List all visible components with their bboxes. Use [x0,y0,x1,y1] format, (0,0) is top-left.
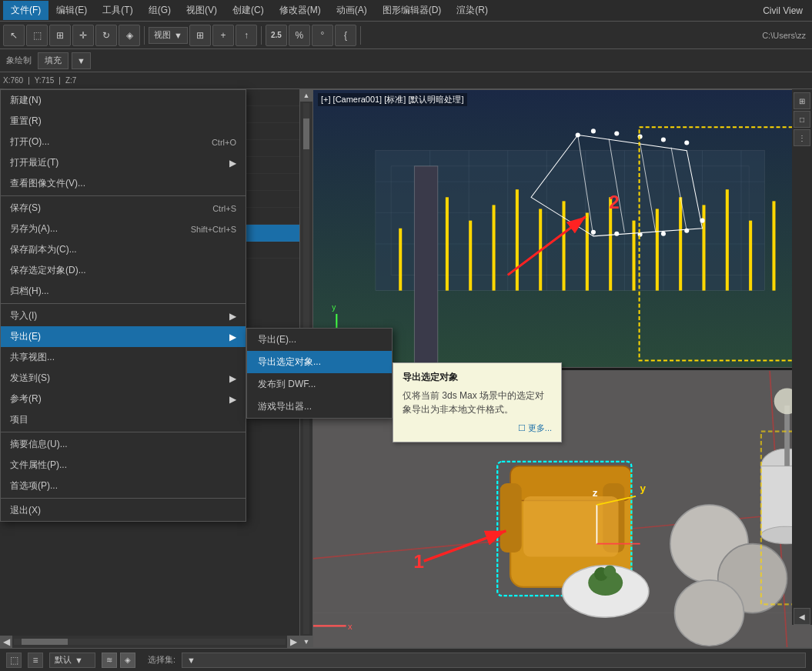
objects-btn[interactable]: ◈ [120,653,135,668]
right-btn-1[interactable]: ⊞ [794,92,810,109]
svg-point-44 [684,229,689,233]
menu-modifier[interactable]: 修改器(M) [272,1,329,20]
svg-point-48 [591,230,596,235]
fm-sep-3 [1,432,246,432]
menu-animation[interactable]: 动画(A) [329,1,375,20]
svg-rect-66 [500,483,522,552]
snap-btn[interactable]: { [335,25,356,46]
select-all-tool[interactable]: ⊞ [49,25,71,46]
fill-btn[interactable]: 填充 [38,52,69,69]
select-region-tool[interactable]: ⬚ [26,25,48,46]
fm-properties[interactable]: 文件属性(P)... [1,455,246,476]
esm-export-game[interactable]: 游戏导出器... [247,396,392,418]
menu-edit[interactable]: 编辑(E) [48,1,95,20]
camera-viewport[interactable]: [+] [Camera001] [标准] [默认明暗处理] [312,89,812,368]
fm-save-as[interactable]: 另存为(A)... Shift+Ctrl+S [1,219,246,239]
esm-export-selected[interactable]: 导出选定对象... [247,351,392,373]
toolbar-separator-3 [360,26,361,45]
tooltip-more-link[interactable]: ☐ 更多... [403,422,552,434]
path-toolbar: X: 760 | Y: 715 | Z: 7 [0,72,812,89]
tool-btn-2[interactable]: + [212,25,234,46]
svg-point-41 [661,137,666,142]
esm-export-dwf[interactable]: 发布到 DWF... [247,373,392,396]
view-dropdown[interactable]: 视图 ▼ [149,27,188,44]
coord-x-value: 760 [10,76,23,85]
fm-archive[interactable]: 归档(H)... [1,281,246,302]
fm-properties-label: 文件属性(P)... [10,459,67,472]
fm-share[interactable]: 共享视图... [1,347,246,368]
fm-import[interactable]: 导入(I) ▶ [1,305,246,326]
svg-rect-26 [656,209,659,290]
fm-save-as-label: 另存为(A)... [10,222,58,235]
scroll-right-btn[interactable]: ▶ [287,636,299,648]
svg-point-43 [700,219,704,223]
fm-export-label: 导出(E) [10,330,41,343]
expand-panel-btn[interactable]: ◀ [794,608,810,625]
scene-layers-icon[interactable]: ≡ [28,653,43,668]
fm-sep-2 [1,303,246,304]
fm-export[interactable]: 导出(E) ▶ [1,326,246,347]
menu-file[interactable]: 文件(F) [3,1,48,20]
svg-point-45 [661,232,666,236]
fm-sep-1 [1,195,246,196]
tool-btn-up[interactable]: ↑ [236,25,257,46]
selection-set-dropdown[interactable]: ▼ [182,653,806,668]
fm-save[interactable]: 保存(S) Ctrl+S [1,198,246,219]
menu-render[interactable]: 渲染(R) [449,1,496,20]
preset-dropdown[interactable]: 默认 ▼ [49,653,95,668]
menu-create[interactable]: 创建(C) [225,1,272,20]
fm-new-label: 新建(N) [10,94,42,107]
menu-graph-editor[interactable]: 图形编辑器(D) [375,1,449,20]
rotate-tool[interactable]: ↻ [95,25,117,46]
svg-point-47 [614,232,619,236]
scene-preset-icon[interactable]: ⬚ [6,653,22,668]
fm-exit[interactable]: 退出(X) [1,500,246,521]
fm-open[interactable]: 打开(O)... Ctrl+O [1,132,246,152]
menu-tools[interactable]: 工具(T) [95,1,140,20]
fm-preferences[interactable]: 首选项(P)... [1,476,246,496]
vscroll-thumb[interactable] [303,119,309,149]
svg-text:y: y [640,482,647,494]
scrollbar-thumb[interactable] [22,639,68,645]
scroll-left-btn[interactable]: ◀ [0,636,12,648]
scroll-up-btn[interactable]: ▲ [300,89,312,102]
horizontal-scrollbar[interactable]: ◀ ▶ [0,636,299,648]
right-panel: ⊞ □ ⋮ ◀ [792,89,812,625]
fm-recent[interactable]: 打开最近(T) ▶ [1,152,246,173]
percentage-btn[interactable]: % [289,25,310,46]
menu-view[interactable]: 视图(V) [179,1,225,20]
fill-dropdown[interactable]: ▼ [72,52,91,69]
layers-btn[interactable]: ≋ [102,653,117,668]
svg-rect-17 [446,197,449,290]
fm-open-shortcut: Ctrl+O [212,138,236,147]
fm-send[interactable]: 发送到(S) ▶ [1,368,246,389]
fm-save-selected[interactable]: 保存选定对象(D)... [1,260,246,281]
fm-view-image[interactable]: 查看图像文件(V)... [1,173,246,194]
coord-z-label: Z: [65,76,72,85]
coord-y-value: 715 [42,76,55,85]
angle-btn[interactable]: ° [312,25,333,46]
menu-group[interactable]: 组(G) [141,1,179,20]
esm-export-all[interactable]: 导出(E)... [247,329,392,351]
svg-rect-80 [784,405,790,466]
select-tool[interactable]: ↖ [3,25,25,46]
fm-reset[interactable]: 重置(R) [1,111,246,132]
tool-btn-1[interactable]: ⊞ [189,25,211,46]
fm-send-label: 发送到(S) [10,372,50,385]
fm-new[interactable]: 新建(N) [1,90,246,111]
selection-label: 选择集: [148,654,175,666]
right-btn-3[interactable]: ⋮ [794,129,810,146]
fm-reference[interactable]: 参考(R) ▶ [1,389,246,409]
fm-project[interactable]: 项目 [1,409,246,430]
svg-rect-15 [399,229,402,291]
fm-recent-label: 打开最近(T) [10,156,58,169]
right-btn-2[interactable]: □ [794,111,810,128]
fm-save-copy[interactable]: 保存副本为(C)... [1,239,246,260]
fm-summary[interactable]: 摘要信息(U)... [1,434,246,455]
scale-tool[interactable]: ◈ [119,25,140,46]
view-dropdown-label: 视图 [154,29,171,41]
tooltip-panel: 导出选定对象 仅将当前 3ds Max 场景中的选定对象导出为非本地文件格式。 … [393,362,562,442]
scroll-down-btn[interactable]: ▼ [300,636,312,648]
fm-reference-arrow: ▶ [229,394,236,405]
move-tool[interactable]: ✛ [72,25,94,46]
